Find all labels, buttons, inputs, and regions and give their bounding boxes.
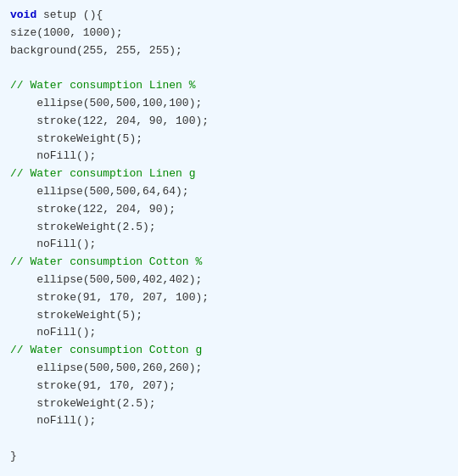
code-line: // Water consumption Cotton % xyxy=(10,254,448,272)
code-line: void setup (){ xyxy=(10,7,448,25)
comment-token: // Water consumption Linen g xyxy=(10,167,195,180)
code-empty-line xyxy=(10,466,448,476)
code-line: stroke(122, 204, 90); xyxy=(10,201,448,219)
code-line: background(255, 255, 255); xyxy=(10,42,448,60)
comment-token: // Water consumption Cotton % xyxy=(10,255,202,268)
comment-token: // Water consumption Cotton g xyxy=(10,344,202,356)
code-line: stroke(91, 170, 207); xyxy=(10,378,448,395)
kw-token: void xyxy=(10,8,43,21)
code-line: noFill(); xyxy=(10,412,448,430)
code-line: stroke(122, 204, 90, 100); xyxy=(10,113,448,131)
code-empty-line xyxy=(10,59,448,77)
code-line: } xyxy=(10,448,448,466)
code-line: ellipse(500,500,64,64); xyxy=(10,183,448,201)
code-line: noFill(); xyxy=(10,324,448,342)
code-line: strokeWeight(5); xyxy=(10,131,448,148)
code-line: // Water consumption Cotton g xyxy=(10,342,448,360)
code-line: size(1000, 1000); xyxy=(10,25,448,42)
code-line: noFill(); xyxy=(10,236,448,254)
fn-token: setup xyxy=(43,8,76,21)
code-empty-line xyxy=(10,430,448,448)
code-line: strokeWeight(2.5); xyxy=(10,219,448,237)
code-line: ellipse(500,500,260,260); xyxy=(10,360,448,378)
code-line: ellipse(500,500,100,100); xyxy=(10,95,448,113)
code-line: // Water consumption Linen g xyxy=(10,165,448,183)
code-line: ellipse(500,500,402,402); xyxy=(10,272,448,289)
code-line: noFill(); xyxy=(10,148,448,165)
code-line: // Water consumption Linen % xyxy=(10,77,448,95)
code-block: void setup (){size(1000, 1000);backgroun… xyxy=(10,7,448,476)
code-line: stroke(91, 170, 207, 100); xyxy=(10,289,448,307)
code-line: strokeWeight(5); xyxy=(10,307,448,325)
comment-token: // Water consumption Linen % xyxy=(10,79,195,92)
code-editor: void setup (){size(1000, 1000);backgroun… xyxy=(0,0,458,476)
code-line: strokeWeight(2.5); xyxy=(10,395,448,413)
